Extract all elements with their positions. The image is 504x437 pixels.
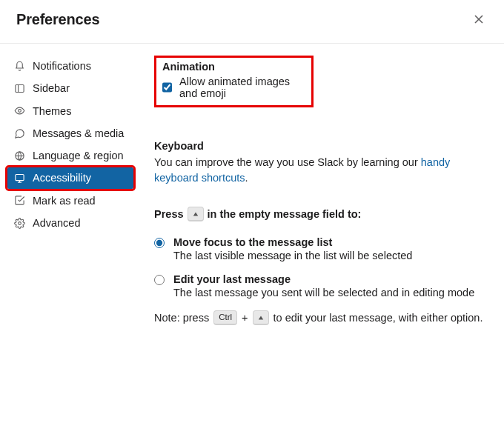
sidebar-item-label: Language & region [33,148,124,163]
option-move-focus-radio[interactable] [154,238,165,248]
svg-point-10 [18,221,21,224]
keyboard-desc-pre: You can improve the way you use Slack by… [154,156,421,168]
option-move-focus[interactable]: Move focus to the message list The last … [154,236,489,261]
keyboard-section: Keyboard You can improve the way you use… [154,140,489,325]
plus-sign: + [242,312,248,324]
svg-point-4 [18,110,21,113]
svg-rect-2 [15,84,23,92]
keyboard-heading: Keyboard [154,140,489,152]
preferences-sidebar: Notifications Sidebar Themes Messages & … [0,56,141,325]
option-edit-last-title: Edit your last message [173,273,474,285]
chat-icon [13,127,25,139]
sidebar-item-label: Sidebar [33,81,70,96]
preferences-content: Animation Allow animated images and emoj… [141,56,504,325]
sidebar-item-messages-media[interactable]: Messages & media [7,123,133,144]
sidebar-item-label: Advanced [33,216,81,230]
sidebar-item-mark-as-read[interactable]: Mark as read [7,190,133,211]
sidebar-item-advanced[interactable]: Advanced [7,213,133,233]
eye-icon [13,105,25,117]
allow-animation-checkbox-row[interactable]: Allow animated images and emoji [162,76,305,99]
bell-icon [13,60,25,72]
close-button[interactable] [470,10,488,28]
sidebar-item-label: Mark as read [33,193,96,208]
page-title: Preferences [16,11,99,28]
keyboard-desc-post: . [245,172,248,184]
press-pre: Press [154,208,184,220]
sidebar-item-label: Notifications [33,59,91,73]
check-icon [13,195,25,207]
option-edit-last[interactable]: Edit your last message The last message … [154,273,489,298]
ctrl-key-icon: Ctrl [213,310,237,325]
sidebar-item-label: Accessibility [33,170,91,185]
sidebar-item-language-region[interactable]: Language & region [7,145,133,166]
sidebar-item-themes[interactable]: Themes [7,101,133,121]
option-edit-last-radio[interactable] [154,275,165,285]
note-pre: Note: press [154,312,209,324]
sidebar-item-sidebar[interactable]: Sidebar [7,78,133,99]
preferences-header: Preferences [0,0,504,44]
note-line: Note: press Ctrl + to edit your last mes… [154,310,489,325]
accessibility-icon [13,173,25,184]
animation-heading: Animation [162,61,305,73]
option-move-focus-title: Move focus to the message list [173,236,412,248]
sidebar-item-accessibility[interactable]: Accessibility [7,167,133,188]
allow-animation-checkbox[interactable] [162,82,172,93]
sidebar-item-notifications[interactable]: Notifications [7,56,133,76]
press-instruction: Press in the empty message field to: [154,207,489,221]
up-arrow-key-icon [253,310,269,325]
allow-animation-label: Allow animated images and emoji [179,76,305,99]
sidebar-item-label: Messages & media [33,126,124,141]
note-post: to edit your last message, with either o… [273,312,483,324]
option-edit-last-sub: The last message you sent will be select… [173,287,474,298]
up-arrow-options: Move focus to the message list The last … [154,236,489,298]
svg-rect-7 [15,175,23,181]
option-move-focus-sub: The last visible message in the list wil… [173,250,412,261]
sidebar-item-label: Themes [33,104,71,119]
keyboard-description: You can improve the way you use Slack by… [154,155,489,186]
gear-icon [13,217,25,229]
panel-icon [13,82,25,94]
press-post: in the empty message field to: [208,208,362,220]
up-arrow-key-icon [188,207,204,221]
close-icon [473,13,485,25]
globe-icon [13,150,25,161]
animation-section: Animation Allow animated images and emoj… [154,56,314,107]
